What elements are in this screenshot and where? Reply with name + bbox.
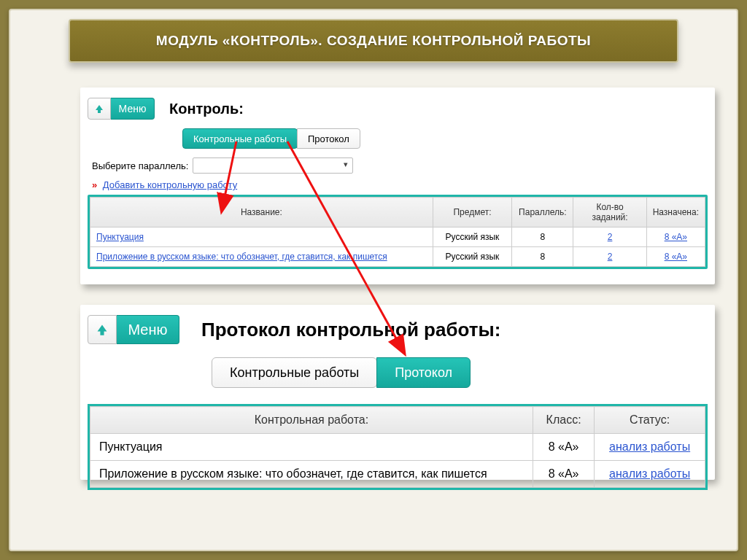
col-tasks: Кол-во заданий: [573,198,646,228]
slide-title: МОДУЛЬ «КОНТРОЛЬ». СОЗДАНИЕ КОНТРОЛЬНОЙ … [69,19,678,63]
menu-button-group: Меню [88,98,155,120]
menu-button[interactable]: Меню [111,98,155,120]
menu-button-group: Меню [88,315,179,344]
table-row: Пунктуация Русский язык 8 2 8 «А» [90,228,705,247]
work-tasks-link[interactable]: 2 [608,232,613,242]
work-parallel: 8 [512,228,573,247]
tab-protocol[interactable]: Протокол [376,357,471,388]
arrow-up-icon[interactable] [88,315,117,344]
table-wrapper: Название: Предмет: Параллель: Кол-во зад… [88,195,708,269]
tab-control-works[interactable]: Контрольные работы [212,357,377,388]
parallel-label: Выберите параллель: [92,160,188,171]
slide-frame: МОДУЛЬ «КОНТРОЛЬ». СОЗДАНИЕ КОНТРОЛЬНОЙ … [9,9,738,551]
menu-button[interactable]: Меню [117,315,179,344]
protocol-work: Приложение в русском языке: что обозначе… [90,461,533,488]
control-works-table: Название: Предмет: Параллель: Кол-во зад… [90,197,705,267]
parallel-select[interactable] [193,158,353,174]
col-subject: Предмет: [433,198,511,228]
work-parallel: 8 [512,247,573,267]
col-parallel: Параллель: [512,198,573,228]
panel-heading: Контроль: [169,101,244,117]
table-row: Приложение в русском языке: что обозначе… [90,461,705,488]
work-assigned-link[interactable]: 8 «А» [665,252,687,262]
analysis-link[interactable]: анализ работы [609,467,690,480]
control-panel: Меню Контроль: Контрольные работы Проток… [80,88,715,284]
col-status: Статус: [595,407,705,434]
arrow-up-icon[interactable] [88,98,111,120]
protocol-class: 8 «А» [533,434,594,461]
table-row: Пунктуация 8 «А» анализ работы [90,434,705,461]
table-row: Приложение в русском языке: что обозначе… [90,247,705,267]
work-subject: Русский язык [433,228,511,247]
work-subject: Русский язык [433,247,511,267]
col-class: Класс: [533,407,594,434]
work-assigned-link[interactable]: 8 «А» [665,232,687,242]
panel-heading: Протокол контрольной работы: [201,319,500,341]
tab-control-works[interactable]: Контрольные работы [182,128,298,149]
table-wrapper: Контрольная работа: Класс: Статус: Пункт… [88,404,708,490]
work-name-link[interactable]: Пунктуация [96,232,144,242]
raquo-icon: » [92,179,97,190]
protocol-work: Пунктуация [90,434,533,461]
col-assigned: Назначена: [646,198,705,228]
work-tasks-link[interactable]: 2 [608,252,613,262]
protocol-table: Контрольная работа: Класс: Статус: Пункт… [90,406,705,488]
add-control-work-link[interactable]: Добавить контрольную работу [103,179,237,190]
tab-bar: Контрольные работы Протокол [212,357,708,388]
analysis-link[interactable]: анализ работы [609,440,690,453]
table-header-row: Контрольная работа: Класс: Статус: [90,407,705,434]
protocol-panel: Меню Протокол контрольной работы: Контро… [80,305,715,480]
col-name: Название: [90,198,433,228]
parallel-row: Выберите параллель: [92,158,708,174]
table-header-row: Название: Предмет: Параллель: Кол-во зад… [90,198,705,228]
protocol-class: 8 «А» [533,461,594,488]
work-name-link[interactable]: Приложение в русском языке: что обозначе… [96,252,387,262]
tab-protocol[interactable]: Протокол [297,128,360,149]
col-work: Контрольная работа: [90,407,533,434]
add-link-row: » Добавить контрольную работу [92,179,708,190]
tab-bar: Контрольные работы Протокол [182,128,708,149]
